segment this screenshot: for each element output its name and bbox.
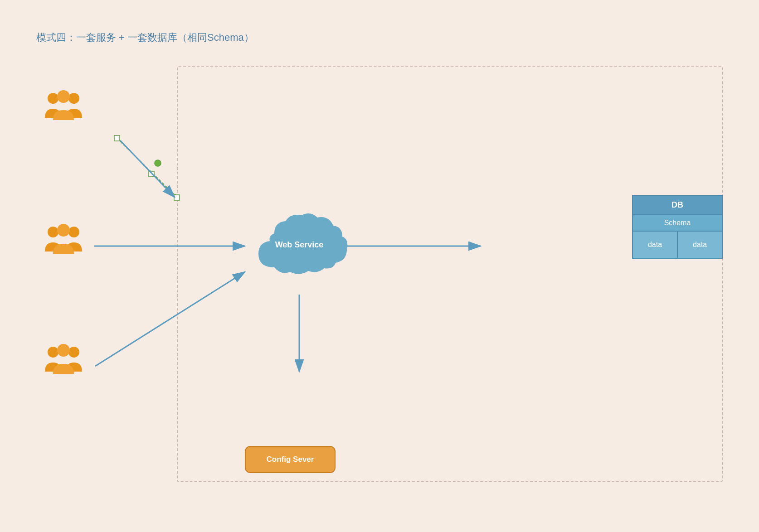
config-server-label: Config Sever [245,446,336,473]
db-container: DB Schema data data [632,195,723,259]
svg-point-20 [48,347,58,358]
svg-line-3 [117,138,177,197]
user-group-top [43,88,84,122]
svg-rect-7 [149,171,154,177]
user-group-bottom [43,342,84,376]
db-schema: Schema [632,215,723,232]
config-server: Config Sever [245,446,336,473]
db-data-cell-2: data [678,232,722,258]
db-header: DB [632,195,723,215]
svg-point-17 [48,227,58,237]
web-service-label: Web Service [275,240,324,250]
db-data-row: data data [632,232,723,259]
db-data-cell-1: data [633,232,678,258]
svg-line-9 [120,140,175,197]
user-icon-bottom [43,342,84,376]
page-title: 模式四：一套服务 + 一套数据库（相同Schema） [36,31,254,44]
svg-point-15 [68,93,79,104]
svg-point-22 [57,344,70,357]
user-group-middle [43,222,84,256]
svg-point-18 [68,227,79,237]
svg-point-16 [57,90,70,103]
svg-point-5 [155,160,161,166]
web-service-cloud: Web Service [245,204,354,285]
user-icon-middle [43,222,84,256]
user-icon-top [43,88,84,122]
svg-point-19 [57,224,70,237]
svg-point-21 [68,347,79,358]
svg-point-14 [48,93,58,104]
svg-rect-6 [114,135,120,141]
